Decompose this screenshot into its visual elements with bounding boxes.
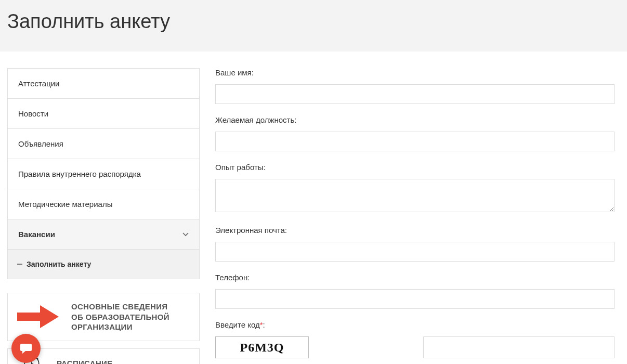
promo-basic-info[interactable]: ОСНОВНЫЕ СВЕДЕНИЯ ОБ ОБРАЗОВАТЕЛЬНОЙ ОРГ… bbox=[7, 293, 200, 341]
experience-input[interactable] bbox=[215, 179, 615, 212]
sidebar-item-news[interactable]: Новости bbox=[8, 99, 199, 129]
sidebar-menu: Аттестации Новости Объявления Правила вн… bbox=[7, 68, 200, 279]
sidebar-item-announcements[interactable]: Объявления bbox=[8, 129, 199, 159]
label-captcha: Введите код*: bbox=[215, 320, 615, 329]
label-email: Электронная почта: bbox=[215, 226, 615, 235]
sidebar-item-materials[interactable]: Методические материалы bbox=[8, 189, 199, 219]
active-dash-icon bbox=[17, 264, 22, 265]
sidebar-item-fill-form[interactable]: Заполнить анкету bbox=[8, 250, 199, 279]
captcha-input[interactable] bbox=[423, 336, 615, 358]
chat-icon bbox=[19, 342, 33, 355]
svg-point-3 bbox=[31, 362, 32, 363]
position-input[interactable] bbox=[215, 132, 615, 151]
promo-text: РАСПИСАНИЕ bbox=[57, 359, 112, 364]
captcha-image: P6M3Q bbox=[215, 336, 309, 358]
page-title: Заполнить анкету bbox=[0, 10, 627, 33]
sidebar-item-attestations[interactable]: Аттестации bbox=[8, 69, 199, 99]
sidebar-item-rules[interactable]: Правила внутреннего распорядка bbox=[8, 159, 199, 189]
name-input[interactable] bbox=[215, 84, 615, 104]
sidebar: Аттестации Новости Объявления Правила вн… bbox=[7, 68, 200, 364]
email-input[interactable] bbox=[215, 242, 615, 262]
main-form-area: Ваше имя: Желаемая должность: Опыт работ… bbox=[215, 68, 620, 364]
label-position: Желаемая должность: bbox=[215, 115, 615, 124]
phone-input[interactable] bbox=[215, 289, 615, 309]
arrow-right-icon bbox=[17, 303, 61, 330]
promo-text: ОСНОВНЫЕ СВЕДЕНИЯ ОБ ОБРАЗОВАТЕЛЬНОЙ ОРГ… bbox=[71, 302, 169, 332]
sidebar-item-vacancies[interactable]: Вакансии bbox=[8, 219, 199, 250]
sidebar-item-label: Вакансии bbox=[18, 230, 55, 239]
label-experience: Опыт работы: bbox=[215, 163, 615, 172]
chat-widget-button[interactable] bbox=[11, 334, 41, 363]
chevron-down-icon bbox=[182, 232, 189, 237]
label-name: Ваше имя: bbox=[215, 68, 615, 77]
required-asterisk: * bbox=[260, 320, 263, 329]
sidebar-item-label: Заполнить анкету bbox=[27, 260, 91, 268]
label-phone: Телефон: bbox=[215, 273, 615, 282]
